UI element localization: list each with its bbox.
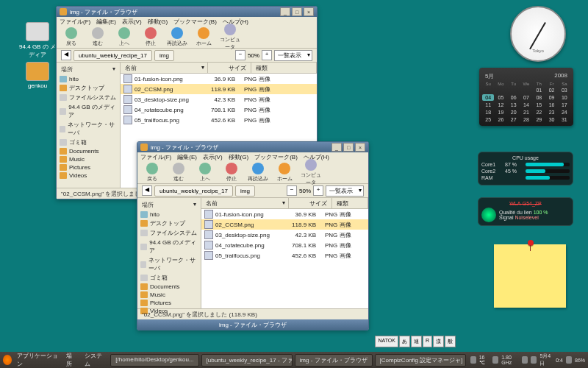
calendar-day[interactable]: 30 xyxy=(545,116,557,123)
zoom-out[interactable]: − xyxy=(235,50,245,60)
file-row[interactable]: 02_CCSM.png118.9 KBPNG 画像 xyxy=(201,219,368,230)
calendar-day[interactable]: 03 xyxy=(559,87,570,93)
close-button[interactable]: × xyxy=(304,7,314,16)
calendar-day[interactable]: 25 xyxy=(482,116,494,123)
sidebar-item[interactable]: Pictures xyxy=(58,163,118,171)
menu-item[interactable]: 表示(V) xyxy=(203,153,223,161)
sidebar-item[interactable]: 94.4 GB のメディア xyxy=(58,102,118,120)
sidebar-item[interactable]: ファイルシステム xyxy=(139,228,199,238)
calendar-day[interactable]: 27 xyxy=(508,116,520,123)
file-row[interactable]: 03_desktop-size.png42.3 KBPNG 画像 xyxy=(201,230,368,240)
file-row[interactable]: 03_desktop-size.png42.3 KBPNG 画像 xyxy=(121,94,317,105)
sidebar-item[interactable]: ネットワーク・サーバ xyxy=(58,120,118,138)
titlebar[interactable]: img - ファイル・ブラウザ _ □ × xyxy=(137,142,368,152)
view-mode-select[interactable]: 一覧表示 xyxy=(326,185,364,197)
menu-item[interactable]: 移動(G) xyxy=(148,18,168,26)
calendar-day[interactable]: 01 xyxy=(533,87,545,93)
calendar-day[interactable]: 21 xyxy=(520,109,532,116)
menu-item[interactable]: 編集(E) xyxy=(96,18,116,26)
calendar-day[interactable]: 16 xyxy=(545,102,557,108)
back-button[interactable]: 戻る xyxy=(61,27,82,47)
stop-button[interactable]: 停止 xyxy=(221,163,242,183)
path-back[interactable]: ◀ xyxy=(61,50,71,60)
sidebar-item[interactable]: Videos xyxy=(58,171,118,180)
reload-button[interactable]: 再読込み xyxy=(167,27,187,47)
start-button[interactable] xyxy=(3,355,12,365)
column-headers[interactable]: 名前サイズ種類 xyxy=(121,63,317,74)
menu-item[interactable]: ブックマーク(B) xyxy=(254,153,298,161)
sidebar-header[interactable]: 場所 xyxy=(139,199,199,210)
ime-button[interactable]: R xyxy=(423,336,432,347)
minimize-button[interactable]: _ xyxy=(280,7,290,16)
calendar-day[interactable]: 18 xyxy=(482,109,494,116)
menu-item[interactable]: 移動(G) xyxy=(229,153,249,161)
sidebar-item[interactable]: hito xyxy=(139,210,199,219)
calendar-day[interactable]: 20 xyxy=(508,109,520,116)
up-button[interactable]: 上へ xyxy=(114,27,135,47)
forward-button[interactable]: 進む xyxy=(87,27,108,47)
menu-item[interactable]: ファイル(F) xyxy=(140,153,171,161)
calendar-day[interactable]: 15 xyxy=(533,102,545,108)
ime-button[interactable]: 般 xyxy=(445,336,456,347)
zoom-in[interactable]: + xyxy=(262,50,272,60)
file-row[interactable]: 01-fusion-icon.png36.9 KBPNG 画像 xyxy=(201,209,368,219)
sidebar-item[interactable]: ファイルシステム xyxy=(58,93,118,102)
calendar-day[interactable]: 10 xyxy=(559,94,570,101)
file-row[interactable]: 05_trailfocus.png452.6 KBPNG 画像 xyxy=(201,250,368,261)
calendar-day[interactable]: 31 xyxy=(559,116,570,123)
sidebar-header[interactable]: 場所 xyxy=(58,64,118,75)
calendar-day[interactable]: 14 xyxy=(520,102,532,108)
zoom-out[interactable]: − xyxy=(287,185,297,196)
calendar-day[interactable]: 26 xyxy=(495,116,506,123)
sticky-note[interactable] xyxy=(494,244,566,308)
breadcrumb-item[interactable]: img xyxy=(154,50,174,61)
back-button[interactable]: 戻る xyxy=(142,163,162,183)
menu-applications[interactable]: アプリケーション xyxy=(14,352,61,368)
menu-item[interactable]: ファイル(F) xyxy=(60,18,90,26)
minimize-button[interactable]: _ xyxy=(331,143,342,152)
calendar-day[interactable]: 23 xyxy=(545,109,557,116)
desktop-icon-drive[interactable]: 94.4 GB の メディア xyxy=(18,22,57,59)
sidebar-item[interactable]: hito xyxy=(58,75,118,83)
calendar-day[interactable]: 13 xyxy=(508,102,520,108)
tray-icon[interactable] xyxy=(470,356,476,364)
computer-button[interactable]: コンピュータ xyxy=(220,24,240,51)
sidebar-item[interactable]: ゴミ箱 xyxy=(58,138,118,147)
computer-button[interactable]: コンピュータ xyxy=(301,159,321,186)
menu-item[interactable]: 編集(E) xyxy=(177,153,197,161)
menu-places[interactable]: 場所 xyxy=(63,352,79,368)
maximize-button[interactable]: □ xyxy=(343,143,354,152)
ime-button[interactable]: NATOK xyxy=(375,336,398,347)
home-button[interactable]: ホーム xyxy=(193,27,214,47)
taskbar-task[interactable]: [/home/hito/Desktop/genkou... xyxy=(110,354,198,367)
file-row[interactable]: 02_CCSM.png118.9 KBPNG 画像 xyxy=(121,84,317,94)
sidebar-item[interactable]: 94.4 GB のメディア xyxy=(139,238,199,255)
file-row[interactable]: 01-fusion-icon.png36.9 KBPNG 画像 xyxy=(121,74,317,84)
sidebar-item[interactable]: Documents xyxy=(139,283,199,291)
sidebar-item[interactable]: デスクトップ xyxy=(58,83,118,93)
calendar-day[interactable]: 29 xyxy=(533,116,545,123)
home-button[interactable]: ホーム xyxy=(274,163,295,183)
file-row[interactable]: 04_rotatecube.png708.1 KBPNG 画像 xyxy=(201,240,368,250)
menu-item[interactable]: 表示(V) xyxy=(122,18,142,26)
file-row[interactable]: 05_trailfocus.png452.6 KBPNG 画像 xyxy=(121,115,317,125)
ime-button[interactable]: あ xyxy=(399,336,410,347)
reload-button[interactable]: 再読込み xyxy=(248,163,268,183)
sidebar-item[interactable]: デスクトップ xyxy=(139,219,199,228)
battery-icon[interactable] xyxy=(566,356,572,364)
menu-item[interactable]: ブックマーク(B) xyxy=(173,18,217,26)
sidebar-item[interactable]: Music xyxy=(58,155,118,163)
calendar-day[interactable]: 07 xyxy=(520,94,532,101)
up-button[interactable]: 上へ xyxy=(195,163,215,183)
calendar-day[interactable]: 08 xyxy=(533,94,545,101)
breadcrumb-item[interactable]: img xyxy=(235,185,255,197)
calendar-day[interactable]: 28 xyxy=(520,116,532,123)
taskbar-task[interactable]: [CompizConfig 設定マネージャ] xyxy=(375,354,466,367)
stop-button[interactable]: 停止 xyxy=(140,27,161,47)
menu-system[interactable]: システム xyxy=(82,352,108,368)
calendar-day[interactable]: 09 xyxy=(545,94,557,101)
ime-button[interactable]: 漢 xyxy=(433,336,444,347)
breadcrumb-item[interactable]: ubuntu_weekly_recipe_17 xyxy=(74,50,152,61)
tray-icon[interactable] xyxy=(531,356,537,364)
tray-icon[interactable] xyxy=(522,356,528,364)
